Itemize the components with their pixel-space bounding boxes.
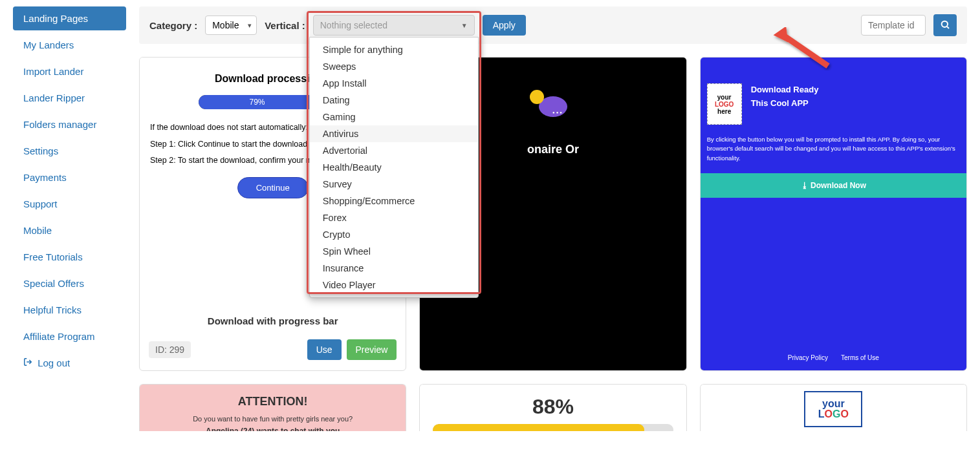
sidebar-item-lander-ripper[interactable]: Lander Ripper <box>13 86 126 110</box>
vertical-option-dating[interactable]: Dating <box>310 92 478 109</box>
template-thumbnail: your LOGO here Download Ready This Cool … <box>701 58 966 370</box>
sidebar-item-import-lander[interactable]: Import Lander <box>13 59 126 83</box>
vertical-option-advertorial[interactable]: Advertorial <box>310 142 478 159</box>
svg-line-2 <box>947 26 949 28</box>
vertical-option-insurance[interactable]: Insurance <box>310 260 478 277</box>
vertical-option-sweeps[interactable]: Sweeps <box>310 58 478 75</box>
template-card: your LOGO <box>700 384 967 431</box>
preview-text: Do you want to have fun with pretty girl… <box>146 415 399 423</box>
preview-text: Angelina (24) wants to chat with you <box>146 427 399 431</box>
template-title: black simple <box>420 370 686 371</box>
filter-bar: Category : Mobile Vertical : Nothing sel… <box>139 6 967 44</box>
template-thumbnail: 88% <box>420 385 686 431</box>
template-title: blue simple for apps <box>701 370 966 371</box>
use-button[interactable]: Use <box>307 339 342 360</box>
sidebar-item-support[interactable]: Support <box>13 192 126 216</box>
template-thumbnail: ATTENTION! Do you want to have fun with … <box>140 385 406 431</box>
chevron-down-icon: ▼ <box>461 22 468 29</box>
sidebar: Landing Pages My Landers Import Lander L… <box>13 6 126 431</box>
template-thumbnail: your LOGO <box>701 385 966 431</box>
dots-icon: ●●● <box>552 111 563 114</box>
logo-placeholder: your LOGO <box>804 391 862 427</box>
sidebar-item-special-offers[interactable]: Special Offers <box>13 271 126 295</box>
category-label: Category : <box>149 20 197 31</box>
sidebar-item-affiliate-program[interactable]: Affiliate Program <box>13 324 126 348</box>
template-card: your LOGO here Download Ready This Cool … <box>700 57 967 371</box>
logout-icon <box>23 357 32 368</box>
template-cards-grid: Download processing .. 79% If the downlo… <box>139 57 967 431</box>
sidebar-item-landing-pages[interactable]: Landing Pages <box>13 6 126 30</box>
sidebar-item-payments[interactable]: Payments <box>13 165 126 189</box>
vertical-option-survey[interactable]: Survey <box>310 176 478 193</box>
template-id-input[interactable] <box>861 15 926 36</box>
vertical-option-simple-for-anything[interactable]: Simple for anything <box>310 41 478 58</box>
vertical-dropdown-menu: Simple for anything Sweeps App Install D… <box>309 37 479 298</box>
vertical-option-crypto[interactable]: Crypto <box>310 226 478 243</box>
apply-button[interactable]: Apply <box>483 15 526 36</box>
preview-titles: Download Ready This Cool APP <box>751 83 819 111</box>
search-button[interactable] <box>933 14 957 36</box>
vertical-option-shopping-ecommerce[interactable]: Shopping/Ecommerce <box>310 193 478 209</box>
progress-value: 79% <box>199 95 316 109</box>
vertical-select-text: Nothing selected <box>320 20 387 30</box>
dollar-icon <box>530 90 544 104</box>
vertical-label: Vertical : <box>265 20 305 31</box>
vertical-select[interactable]: Nothing selected ▼ <box>313 15 475 36</box>
vertical-select-container: Nothing selected ▼ Simple for anything S… <box>313 15 475 36</box>
card-footer: ID: 299 Use Preview <box>140 333 406 370</box>
svg-point-1 <box>942 21 948 26</box>
sidebar-item-my-landers[interactable]: My Landers <box>13 33 126 57</box>
preview-description: By clicking the button below you will be… <box>701 131 966 173</box>
main-content: Category : Mobile Vertical : Nothing sel… <box>139 6 967 431</box>
vertical-option-antivirus[interactable]: Antivirus <box>310 125 478 142</box>
template-card: ATTENTION! Do you want to have fun with … <box>139 384 406 431</box>
sidebar-item-free-tutorials[interactable]: Free Tutorials <box>13 245 126 269</box>
vertical-option-app-install[interactable]: App Install <box>310 75 478 92</box>
sidebar-item-settings[interactable]: Settings <box>13 139 126 163</box>
vertical-option-forex[interactable]: Forex <box>310 209 478 226</box>
template-card: 88% <box>419 384 686 431</box>
preview-graphic-icon: ●●● <box>539 96 567 117</box>
vertical-option-spin-wheel[interactable]: Spin Wheel <box>310 243 478 260</box>
preview-continue-button: Continue <box>237 177 309 198</box>
template-id-badge: ID: 299 <box>149 341 191 358</box>
preview-percentage: 88% <box>433 395 673 419</box>
logo-placeholder: your LOGO here <box>707 83 742 125</box>
vertical-option-health-beauty[interactable]: Health/Beauty <box>310 159 478 176</box>
progress-bar <box>433 424 673 431</box>
logout-label: Log out <box>38 357 70 368</box>
preview-heading: ATTENTION! <box>146 395 399 408</box>
vertical-option-gaming[interactable]: Gaming <box>310 109 478 125</box>
preview-download-bar: ⭳ Download Now <box>701 173 966 198</box>
sidebar-item-logout[interactable]: Log out <box>13 351 126 375</box>
template-title: Download with progress bar <box>140 306 406 333</box>
category-select[interactable]: Mobile <box>205 16 257 35</box>
sidebar-item-folders-manager[interactable]: Folders manager <box>13 112 126 136</box>
sidebar-item-mobile[interactable]: Mobile <box>13 218 126 242</box>
search-icon <box>940 19 950 32</box>
preview-footer-links: Privacy PolicyTerms of Use <box>701 354 966 361</box>
vertical-option-video-player[interactable]: Video Player <box>310 277 478 293</box>
preview-button[interactable]: Preview <box>347 339 397 360</box>
svg-marker-4 <box>774 27 794 47</box>
sidebar-item-helpful-tricks[interactable]: Helpful Tricks <box>13 298 126 322</box>
